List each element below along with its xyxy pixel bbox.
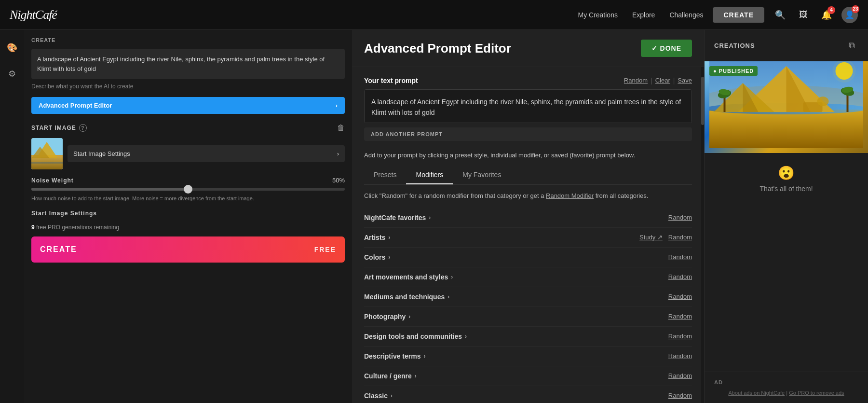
tab-presets[interactable]: Presets xyxy=(364,166,406,184)
thats-all-text: That's all of them! xyxy=(760,185,813,193)
trash-icon[interactable]: 🗑 xyxy=(337,124,345,132)
thumbnail-svg xyxy=(31,138,63,169)
modifier-row-descriptive[interactable]: Descriptive terms › Random xyxy=(364,347,692,366)
modifier-right-3: Random xyxy=(668,273,692,280)
modifier-random-5[interactable]: Random xyxy=(668,313,692,320)
chevron-icon-2: › xyxy=(388,254,390,261)
sidebar-icon-col: 🎨 ⚙ xyxy=(0,30,24,403)
creation-image[interactable]: ● PUBLISHED xyxy=(705,61,868,153)
topnav-create-button[interactable]: CREATE xyxy=(713,7,764,23)
search-button[interactable]: 🔍 xyxy=(772,6,789,24)
tab-my-favorites[interactable]: My Favorites xyxy=(453,166,511,184)
modifier-name-mediums: Mediums and techniques › xyxy=(364,293,449,301)
clear-link[interactable]: Clear xyxy=(655,77,670,84)
start-image-text: START IMAGE xyxy=(31,125,76,131)
image-icon: 🖼 xyxy=(799,10,808,20)
modifier-row-design-tools[interactable]: Design tools and communities › Random xyxy=(364,327,692,347)
prompt-hint: Describe what you want the AI to create xyxy=(31,83,345,90)
modifier-classic-label: Classic xyxy=(364,392,388,400)
sidebar-icon-palette[interactable]: 🎨 xyxy=(4,40,20,56)
modifier-artists-label: Artists xyxy=(364,234,385,241)
modifier-nightcafe-label: NightCafe favorites xyxy=(364,214,426,222)
help-icon[interactable]: ? xyxy=(79,124,87,132)
create-label: CREATE xyxy=(31,37,345,43)
palette-icon: 🎨 xyxy=(7,42,17,53)
messages-button[interactable]: 👤 23 xyxy=(841,6,858,24)
modifier-row-culture[interactable]: Culture / genre › Random xyxy=(364,366,692,386)
modifier-row-artists[interactable]: Artists › Study ↗ Random xyxy=(364,228,692,248)
modifier-random-0[interactable]: Random xyxy=(668,214,692,221)
sidebar-prompt-box: A landscape of Ancient Egypt including t… xyxy=(31,49,345,79)
modifier-random-7[interactable]: Random xyxy=(668,352,692,360)
about-ads-link[interactable]: About ads on NightCafe xyxy=(728,390,785,396)
random-modifier-suffix: from all categories. xyxy=(596,192,649,199)
modifier-random-1[interactable]: Random xyxy=(668,234,692,241)
modifier-right-4: Random xyxy=(668,293,692,300)
text-prompt-actions: Random | Clear | Save xyxy=(624,77,692,84)
modifier-random-8[interactable]: Random xyxy=(668,372,692,379)
noise-slider[interactable] xyxy=(31,188,345,191)
random-link[interactable]: Random xyxy=(624,77,648,84)
search-icon: 🔍 xyxy=(775,10,786,20)
modifier-random-4[interactable]: Random xyxy=(668,293,692,300)
slider-fill xyxy=(31,188,188,191)
tabs-row: Presets Modifiers My Favorites xyxy=(364,166,692,185)
modifier-row-classic[interactable]: Classic › Random xyxy=(364,386,692,403)
modifier-name-culture: Culture / genre › xyxy=(364,372,417,380)
chevron-icon-0: › xyxy=(429,214,431,221)
sidebar-icon-settings[interactable]: ⚙ xyxy=(4,66,20,82)
advanced-prompt-editor-button[interactable]: Advanced Prompt Editor › xyxy=(31,97,345,114)
nav-links: My Creations Explore Challenges xyxy=(578,11,703,19)
random-modifier-link[interactable]: Random Modifier xyxy=(546,192,594,199)
modifier-study-1[interactable]: Study ↗ xyxy=(639,234,663,241)
scrollbar-thumb[interactable] xyxy=(701,77,704,125)
expand-icon[interactable]: ⧉ xyxy=(845,39,858,52)
modifier-row-mediums[interactable]: Mediums and techniques › Random xyxy=(364,287,692,307)
chevron-icon-8: › xyxy=(415,373,417,379)
tab-modifiers[interactable]: Modifiers xyxy=(406,166,453,184)
add-another-prompt-button[interactable]: ADD ANOTHER PROMPT xyxy=(364,127,692,141)
notifications-button[interactable]: 🔔 4 xyxy=(818,6,835,24)
slider-thumb[interactable] xyxy=(184,185,192,194)
published-badge: ● PUBLISHED xyxy=(709,66,758,76)
image-button[interactable]: 🖼 xyxy=(795,6,812,24)
nav-explore[interactable]: Explore xyxy=(632,11,655,19)
modifier-right-6: Random xyxy=(668,333,692,340)
top-nav: NightCafé My Creations Explore Challenge… xyxy=(0,0,868,30)
modifier-art-movements-label: Art movements and styles xyxy=(364,273,448,281)
nav-my-creations[interactable]: My Creations xyxy=(578,11,617,19)
modifier-row-colors[interactable]: Colors › Random xyxy=(364,248,692,267)
chevron-right-icon: › xyxy=(336,102,338,109)
center-body: Your text prompt Random | Clear | Save A… xyxy=(352,67,704,403)
add-section-text: Add to your prompt by clicking a preset … xyxy=(364,151,692,160)
modifier-random-9[interactable]: Random xyxy=(668,392,692,399)
modifier-row-nightcafe[interactable]: NightCafe favorites › Random xyxy=(364,208,692,228)
prompt-textarea[interactable]: A landscape of Ancient Egypt including t… xyxy=(364,89,692,123)
create-free-button[interactable]: CREATE FREE xyxy=(31,236,345,263)
noise-weight-header: Noise Weight 50% xyxy=(31,177,345,184)
start-image-settings-button[interactable]: Start Image Settings › xyxy=(68,145,345,162)
modifier-row-art-movements[interactable]: Art movements and styles › Random xyxy=(364,267,692,287)
random-modifier-prefix: Click "Random" for a random modifier fro… xyxy=(364,192,544,199)
chevron-icon-6: › xyxy=(465,333,467,340)
done-button[interactable]: ✓ DONE xyxy=(641,40,692,57)
save-link[interactable]: Save xyxy=(678,77,692,84)
free-gen-text: 9 free PRO generations remaining xyxy=(31,224,345,231)
modifier-random-6[interactable]: Random xyxy=(668,333,692,340)
go-pro-link[interactable]: Go PRO to remove ads xyxy=(789,390,844,396)
modifier-right-2: Random xyxy=(668,253,692,261)
chevron-icon-7: › xyxy=(424,353,426,360)
notifications-badge: 4 xyxy=(827,6,835,14)
right-header: CREATIONS ⧉ xyxy=(705,30,868,61)
nav-challenges[interactable]: Challenges xyxy=(669,11,703,19)
free-gen-count: 9 xyxy=(31,224,35,231)
noise-hint: How much noise to add to the start image… xyxy=(31,195,345,203)
nav-icons: 🔍 🖼 🔔 4 👤 23 xyxy=(772,6,858,24)
modifier-row-photography[interactable]: Photography › Random xyxy=(364,307,692,327)
modifier-random-3[interactable]: Random xyxy=(668,273,692,280)
ad-label: AD xyxy=(714,379,858,385)
ad-links: About ads on NightCafe | Go PRO to remov… xyxy=(714,390,858,396)
chevron-icon-9: › xyxy=(391,392,393,399)
modifier-random-2[interactable]: Random xyxy=(668,253,692,261)
start-image-thumbnail xyxy=(31,138,63,169)
